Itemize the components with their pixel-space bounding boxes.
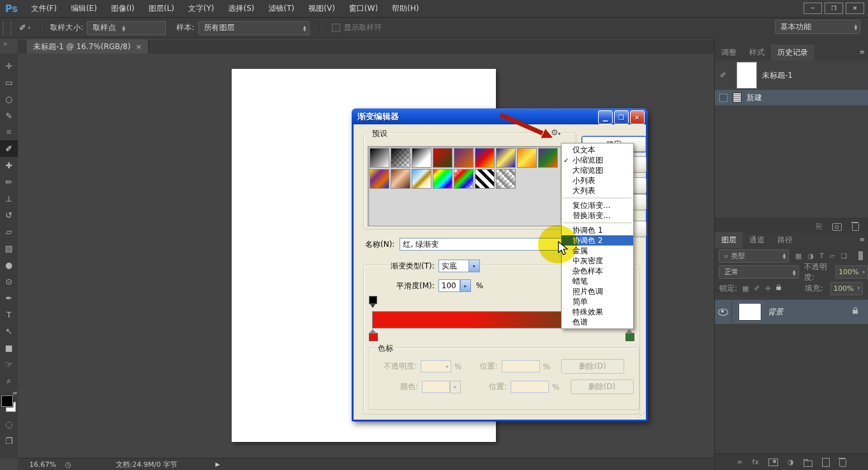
zoom-tool[interactable]: ⌕ — [0, 372, 18, 389]
type-filter-icon[interactable]: T — [819, 252, 824, 260]
menubar-item[interactable]: 图像(I) — [104, 0, 142, 17]
spot-healing-tool[interactable]: ✚ — [0, 157, 18, 173]
sample-size-dropdown[interactable]: 取样点 ▲▼ — [87, 21, 166, 35]
preset-picker-gear-icon[interactable]: ⚙▾ — [549, 128, 562, 137]
context-menu-item[interactable]: ✓小缩览图 — [562, 155, 633, 165]
gradient-preset-blue-red-yellow[interactable] — [475, 148, 495, 168]
history-step-row[interactable]: 新建 — [715, 90, 868, 105]
crop-tool[interactable]: ⌗ — [0, 124, 18, 140]
tab-调整[interactable]: 调整 — [715, 45, 743, 61]
menubar-item[interactable]: 视图(V) — [301, 0, 342, 17]
context-menu-item[interactable]: 色谱 — [562, 317, 633, 327]
tab-历史记录[interactable]: 历史记录 — [771, 45, 814, 61]
layer-mask-icon[interactable] — [768, 459, 778, 466]
gradient-preset-copper[interactable] — [391, 169, 410, 189]
context-menu-item[interactable]: 大列表 — [562, 186, 633, 196]
delete-layer-trash-icon[interactable] — [839, 460, 846, 467]
workspace-dropdown[interactable]: 基本功能 ▲▼ — [775, 20, 860, 34]
new-document-from-state-icon[interactable]: ⎘ — [816, 222, 822, 231]
background-layer-row[interactable]: 背景 — [715, 300, 868, 324]
gradient-preset-violet-orange[interactable] — [454, 148, 474, 168]
delete-opacity-stop-button[interactable]: 删除(D) — [561, 359, 624, 374]
opacity-stop-left[interactable] — [369, 296, 377, 304]
blur-tool[interactable]: ● — [0, 256, 18, 273]
chevron-down-icon[interactable]: ▾ — [469, 260, 480, 272]
context-menu-item[interactable]: 蜡笔 — [562, 276, 633, 286]
lock-position-icon[interactable]: ✛ — [765, 284, 771, 293]
link-layers-icon[interactable]: ∞ — [737, 458, 742, 466]
tab-样式[interactable]: 样式 — [743, 45, 771, 61]
move-tool[interactable]: ✛ — [0, 57, 18, 74]
gradient-preset-black-white[interactable] — [412, 148, 431, 168]
restore-icon[interactable]: ❐ — [825, 3, 843, 14]
menubar-item[interactable]: 文件(F) — [24, 0, 64, 17]
lock-pixels-icon[interactable]: ✐ — [754, 284, 760, 293]
menubar-item[interactable]: 帮助(H) — [385, 0, 426, 17]
arrow-right-icon[interactable]: ▸ — [460, 279, 471, 292]
status-flyout-icon[interactable]: ▶ — [215, 461, 220, 467]
context-menu-item[interactable]: 特殊效果 — [562, 307, 633, 317]
close-icon[interactable]: ✕ — [846, 3, 864, 14]
minimize-icon[interactable]: ─ — [804, 3, 822, 14]
context-menu-item[interactable]: 复位渐变... — [562, 200, 633, 210]
layer-thumbnail[interactable] — [738, 303, 761, 321]
new-snapshot-camera-icon[interactable] — [832, 223, 842, 231]
menubar-item[interactable]: 滤镜(T) — [262, 0, 302, 17]
smoothness-input[interactable]: 100 — [438, 279, 460, 292]
gradient-type-dropdown[interactable]: 实底 — [438, 260, 469, 272]
context-menu-item[interactable]: 杂色样本 — [562, 266, 633, 276]
gradient-preset-chrome[interactable] — [412, 169, 431, 189]
delete-state-trash-icon[interactable] — [852, 224, 859, 231]
panel-menu-icon[interactable]: ≡ — [860, 48, 864, 55]
tab-通道[interactable]: 通道 — [743, 232, 771, 248]
current-tool-button[interactable]: ✐ ▾ — [14, 22, 35, 34]
marquee-tool[interactable]: ▭ — [0, 74, 18, 91]
color-stop-right[interactable] — [625, 333, 634, 341]
context-menu-item[interactable]: 大缩览图 — [562, 165, 633, 175]
menubar-item[interactable]: 编辑(E) — [64, 0, 104, 17]
layer-effects-fx-icon[interactable]: fx — [752, 458, 759, 466]
menubar-item[interactable]: 图层(L) — [142, 0, 181, 17]
adjustment-filter-icon[interactable]: ◑ — [807, 252, 814, 260]
gradient-tool[interactable]: ▨ — [0, 240, 18, 256]
history-brush-tool[interactable]: ↺ — [0, 207, 18, 223]
history-source-checkbox[interactable] — [719, 94, 728, 102]
menubar-item[interactable]: 文字(Y) — [181, 0, 221, 17]
layer-filter-dropdown[interactable]: ⌕ 类型 ▲▼ — [719, 249, 789, 263]
quick-mask-button[interactable]: ◌ — [0, 416, 18, 432]
opacity-dropdown[interactable]: 100% ▾ — [835, 265, 868, 279]
gradient-preset-spectrum[interactable] — [433, 169, 453, 189]
gradient-preset-yellow-violet-orange-blue[interactable] — [370, 169, 389, 189]
context-menu-item[interactable]: 小列表 — [562, 175, 633, 186]
filter-toggle-switch[interactable] — [858, 251, 863, 260]
options-bar-grip[interactable] — [3, 22, 11, 34]
clone-stamp-tool[interactable]: ⊥ — [0, 190, 18, 207]
smartobject-filter-icon[interactable]: ❏ — [841, 252, 847, 260]
menubar-item[interactable]: 窗口(W) — [342, 0, 385, 17]
dialog-resize-grip[interactable]: ⋰ — [637, 411, 645, 420]
context-menu-item[interactable]: 协调色 1 — [562, 225, 633, 235]
context-menu-item[interactable]: 照片色调 — [562, 286, 633, 297]
context-menu-item[interactable]: 仅文本 — [562, 145, 633, 155]
dodge-tool[interactable]: ⊙ — [0, 273, 18, 290]
gradient-preset-black-white-stripes[interactable] — [475, 169, 495, 189]
document-tab[interactable]: 未标题-1 @ 16.7%(RGB/8) × — [27, 40, 149, 54]
hand-tool[interactable]: ☞ — [0, 356, 18, 372]
eyedropper-tool[interactable]: ✐ — [0, 140, 18, 157]
gradient-name-input[interactable]: 红, 绿渐变 — [400, 238, 562, 251]
show-sampling-ring-checkbox[interactable] — [332, 24, 340, 32]
pen-tool[interactable]: ✒ — [0, 290, 18, 306]
brush-tool[interactable]: ✏ — [0, 173, 18, 190]
rectangle-tool[interactable]: ■ — [0, 339, 18, 356]
gradient-preset-foreground-to-background[interactable] — [370, 148, 389, 168]
gradient-preset-blue-yellow-blue[interactable] — [496, 148, 516, 168]
panel-menu-icon[interactable]: ≡ — [860, 236, 864, 243]
context-menu-item[interactable]: 金属 — [562, 246, 633, 256]
history-brush-source-icon[interactable]: ✐ — [715, 71, 731, 80]
lasso-tool[interactable]: ○ — [0, 91, 18, 107]
context-menu-item[interactable]: 替换渐变... — [562, 210, 633, 221]
pixel-filter-icon[interactable]: ▦ — [795, 252, 802, 260]
swap-colors-icon[interactable]: ⇄ — [13, 390, 17, 396]
path-selection-tool[interactable]: ↖ — [0, 323, 18, 339]
tab-路径[interactable]: 路径 — [771, 232, 799, 248]
